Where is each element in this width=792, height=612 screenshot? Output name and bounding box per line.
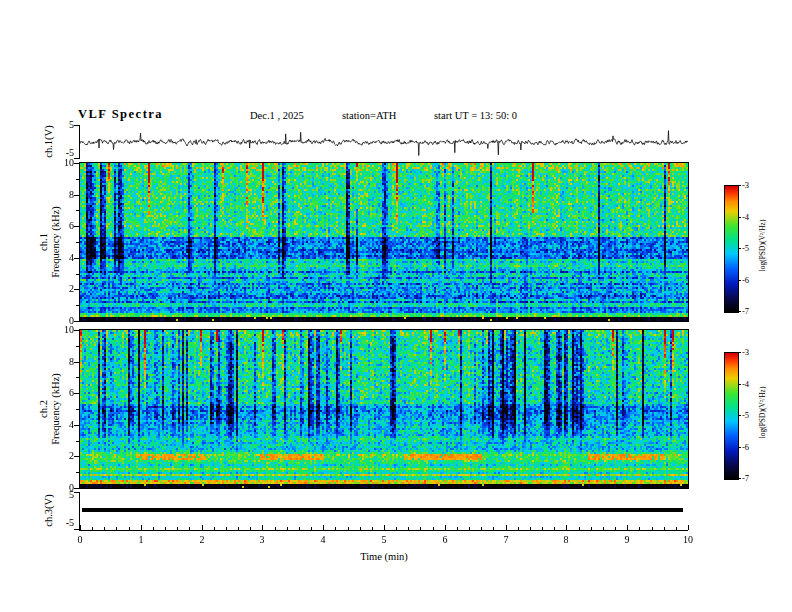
ch2-spec-ytick-mark [74,362,79,363]
ch1-colorbar-tick-mark [738,311,741,312]
ch1-ytick-top: 5 [50,119,74,130]
time-axis-tick-mark [372,527,373,530]
ch2-colorbar-tick-mark [738,447,741,448]
ch1-ytick-mark [74,125,79,126]
figure-title: VLF Spectra [78,107,163,122]
ch2-colorbar-tick-label: -3 [742,347,758,357]
ch2-spec-ytick-mark [76,346,79,347]
ch1-waveform-panel [79,125,688,159]
time-axis-tick-mark [493,527,494,530]
time-axis-tick-label: 1 [131,534,151,545]
time-axis-tick-mark [433,527,434,530]
ch2-spec-ytick-label: 2 [56,450,74,461]
ch2-spectrogram-plot [80,330,688,488]
ch1-spec-ytick-mark [76,242,79,243]
ch3-ytick-mark [74,492,79,493]
ch3-flatline [82,508,683,512]
ch2-spec-ytick-label: 4 [56,419,74,430]
time-axis-tick-mark [80,525,81,530]
time-axis-tick-label: 5 [374,534,394,545]
ch2-spec-ytick-mark [76,441,79,442]
time-axis-tick-mark [396,527,397,530]
time-axis-tick-label: 8 [556,534,576,545]
time-axis-tick-label: 0 [70,534,90,545]
time-axis-tick-mark [591,527,592,530]
ch2-colorbar-tick-mark [738,415,741,416]
time-axis-tick-mark [627,525,628,530]
time-axis-tick-mark [652,527,653,530]
colorbar-ch2-label: log(PSD)(V²/Hz) [758,353,767,473]
ch1-frequency-axis-label: ch.1 Frequency (kHz) [38,162,62,322]
time-axis-tick-label: 9 [617,534,637,545]
time-axis-tick-mark [214,527,215,530]
ch2-colorbar-tick-label: -7 [742,473,758,483]
ch2-spec-ytick-mark [74,393,79,394]
ch2-spec-ytick-label: 0 [56,482,74,493]
ch2-colorbar-tick-label: -4 [742,379,758,389]
ch1-colorbar-tick-label: -7 [742,306,758,316]
time-axis-tick-mark [153,527,154,530]
ch2-frequency-axis-label: ch.2 Frequency (kHz) [38,329,62,489]
ch1-spec-ytick-label: 4 [56,252,74,263]
ch2-spec-ytick-mark [76,472,79,473]
time-axis-tick-mark [603,527,604,530]
ch1-spec-ytick-mark [76,210,79,211]
time-axis-tick-mark [104,527,105,530]
ch2-spec-ytick-mark [74,330,79,331]
ch1-spec-ytick-label: 2 [56,283,74,294]
time-axis-tick-mark [664,527,665,530]
ch1-colorbar-tick-label: -6 [742,275,758,285]
ch1-colorbar-tick-label: -4 [742,212,758,222]
ch2-colorbar-tick-mark [738,384,741,385]
ch1-spec-ytick-mark [74,321,79,322]
ch2-frequency-text: Frequency (kHz) [50,373,61,444]
ch2-colorbar-tick-mark [738,352,741,353]
time-axis-tick-mark [129,527,130,530]
time-axis-tick-mark [518,527,519,530]
ch1-spec-ytick-mark [74,195,79,196]
ch1-spectrogram-panel [79,162,689,322]
ch1-spec-ytick-mark [74,226,79,227]
ch1-colorbar-tick-mark [738,248,741,249]
ch1-frequency-text: Frequency (kHz) [50,206,61,277]
time-axis-tick-mark [420,527,421,530]
ch1-colorbar-tick-mark [738,217,741,218]
time-axis-tick-mark [238,527,239,530]
ch1-spec-ytick-label: 8 [56,189,74,200]
ch1-colorbar-tick-label: -5 [742,243,758,253]
ch1-spectrogram-plot [80,163,688,321]
time-axis-tick-label: 7 [496,534,516,545]
time-axis-tick-mark [469,527,470,530]
time-axis-tick-label: 6 [435,534,455,545]
colorbar-ch2-gradient [725,353,738,479]
time-axis-tick-mark [639,527,640,530]
ch2-spec-ytick-label: 8 [56,356,74,367]
ch1-spec-ytick-mark [74,163,79,164]
time-axis-tick-mark [579,527,580,530]
time-axis-tick-mark [287,527,288,530]
time-axis-tick-label: 3 [252,534,272,545]
ch3-ytick-mark [74,529,79,530]
time-axis-tick-mark [275,527,276,530]
time-axis-tick-mark [542,527,543,530]
time-axis-tick-mark [311,527,312,530]
time-axis-tick-mark [360,527,361,530]
time-axis-tick-mark [177,527,178,530]
ch1-spec-ytick-label: 6 [56,220,74,231]
colorbar-ch1-gradient [725,186,738,312]
ch2-spec-ytick-label: 6 [56,387,74,398]
time-axis-tick-mark [554,527,555,530]
time-axis-tick-label: 2 [192,534,212,545]
header-start-ut: start UT = 13: 50: 0 [434,110,517,121]
time-axis-tick-mark [688,525,689,530]
time-axis-tick-mark [481,527,482,530]
time-axis-tick-mark [323,525,324,530]
ch2-spec-ytick-mark [74,456,79,457]
ch2-spectrogram-panel [79,329,689,489]
time-axis-tick-label: 10 [678,534,698,545]
ch2-channel-text: ch.2 [38,400,49,418]
time-axis-tick-mark [92,527,93,530]
time-axis-tick-mark [335,527,336,530]
time-axis-tick-mark [189,527,190,530]
colorbar-ch1 [724,185,739,313]
